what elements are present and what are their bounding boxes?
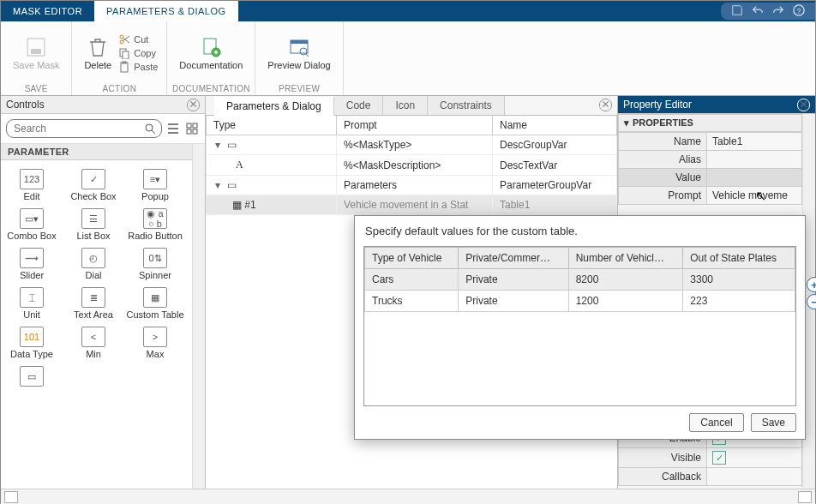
palette-data-type[interactable]: 101Data Type (1, 323, 63, 363)
add-row-button[interactable]: + (807, 277, 816, 292)
list-view-icon[interactable] (165, 120, 181, 137)
subtab-constraints[interactable]: Constraints (428, 96, 505, 115)
property-editor-title: Property Editor (623, 99, 692, 111)
row-descgroupvar[interactable]: ▾▭ %<MaskType> DescGroupVar (207, 135, 617, 155)
paste-button[interactable]: Paste (118, 61, 158, 73)
status-bar (1, 489, 815, 504)
col-name[interactable]: Name (493, 116, 617, 135)
popup-row-cars[interactable]: CarsPrivate82003300 (365, 269, 795, 291)
controls-panel: Controls PARAMETER 123Edit (1, 96, 206, 489)
parameter-section-header: PARAMETER (1, 144, 192, 160)
popup-col-out-of-state-plates[interactable]: Out of State Plates (683, 248, 795, 269)
group-label-action: ACTION (103, 82, 137, 95)
svg-point-14 (300, 48, 307, 55)
popup-table[interactable]: Type of Vehicle Private/Commer… Number o… (363, 246, 796, 406)
scroll-left-button[interactable] (4, 491, 18, 503)
save-mask-button[interactable]: Save Mask (9, 34, 63, 72)
palette-combo-box[interactable]: ▭▾Combo Box (1, 205, 63, 244)
palette-unit[interactable]: ⌶Unit (1, 284, 63, 323)
popup-col-number-of-vehicles[interactable]: Number of Vehicl… (568, 248, 683, 269)
delete-button[interactable]: Delete (81, 34, 115, 72)
preview-icon (288, 36, 310, 58)
prop-visible[interactable]: Visible (619, 448, 802, 468)
svg-rect-9 (123, 62, 126, 63)
search-input[interactable] (12, 122, 144, 135)
help-icon[interactable]: ? (793, 4, 805, 19)
title-bar: MASK EDITOR PARAMETERS & DIALOG ? (1, 1, 815, 21)
palette-radio-button[interactable]: ◉ a○ bRadio Button (124, 205, 186, 244)
row-table1[interactable]: ▦ #1 Vehicle movement in a Stat Table1 (207, 195, 617, 215)
group-label-preview: PREVIEW (279, 82, 320, 95)
popup-save-button[interactable]: Save (751, 413, 796, 432)
popup-cancel-button[interactable]: Cancel (689, 413, 743, 432)
control-palette: 123Edit ✓Check Box ≡▾Popup ▭▾Combo Box ☰… (1, 160, 192, 489)
palette-check-box[interactable]: ✓Check Box (63, 165, 124, 205)
palette-custom-table[interactable]: ▦Custom Table (124, 284, 186, 323)
trash-icon (87, 36, 109, 58)
documentation-button[interactable]: Documentation (176, 34, 246, 72)
controls-title: Controls (6, 99, 45, 111)
prop-name[interactable]: NameTable1 (619, 133, 802, 151)
palette-list-box[interactable]: ☰List Box (63, 205, 124, 244)
close-property-editor-icon[interactable] (797, 99, 810, 111)
properties-section-header[interactable]: ▾PROPERTIES (618, 114, 802, 132)
preview-dialog-button[interactable]: Preview Dialog (264, 34, 333, 72)
subtab-icon[interactable]: Icon (383, 96, 428, 115)
svg-rect-18 (187, 129, 191, 134)
palette-dial[interactable]: ◴Dial (63, 244, 124, 284)
cut-button[interactable]: Cut (118, 33, 158, 45)
group-label-documentation: DOCUMENTATION (172, 82, 250, 95)
row-parametergroupvar[interactable]: ▾▭ Parameters ParameterGroupVar (207, 176, 617, 195)
svg-rect-8 (121, 63, 128, 72)
subtab-code[interactable]: Code (334, 96, 384, 115)
svg-text:?: ? (797, 6, 801, 15)
save-icon[interactable] (731, 4, 743, 19)
remove-row-button[interactable]: − (807, 294, 816, 309)
svg-rect-7 (123, 51, 129, 59)
svg-point-15 (146, 124, 153, 131)
palette-max[interactable]: >Max (124, 323, 186, 363)
svg-rect-13 (291, 40, 308, 44)
popup-row-trucks[interactable]: TrucksPrivate1200223 (365, 291, 795, 312)
popup-col-private-commercial[interactable]: Private/Commer… (459, 248, 568, 269)
palette-edit[interactable]: 123Edit (1, 165, 63, 205)
grid-view-icon[interactable] (184, 120, 200, 137)
prop-alias[interactable]: Alias (619, 151, 802, 169)
subtab-parameters-dialog[interactable]: Parameters & Dialog (214, 97, 334, 116)
col-prompt[interactable]: Prompt (337, 116, 493, 135)
save-mask-icon (25, 36, 47, 58)
row-desctextvar[interactable]: A %<MaskDescription> DescTextVar (207, 155, 617, 176)
palette-slider[interactable]: ⟿Slider (1, 244, 63, 284)
tab-mask-editor[interactable]: MASK EDITOR (1, 1, 94, 21)
scroll-right-button[interactable] (798, 491, 812, 503)
svg-rect-16 (187, 123, 191, 128)
prop-prompt[interactable]: PromptVehicle moveme (619, 187, 802, 205)
prop-callback[interactable]: Callback (619, 468, 802, 486)
copy-button[interactable]: Copy (118, 47, 158, 59)
palette-more[interactable]: ▭ (1, 363, 63, 390)
palette-text-area[interactable]: ≣Text Area (63, 284, 124, 323)
svg-rect-19 (193, 129, 197, 134)
prop-value[interactable]: Value (619, 169, 802, 187)
copy-icon (118, 47, 130, 59)
tab-parameters-dialog[interactable]: PARAMETERS & DIALOG (94, 1, 238, 21)
palette-spinner[interactable]: 0⇅Spinner (124, 244, 186, 284)
svg-rect-3 (31, 49, 41, 54)
controls-scrollbar[interactable] (192, 144, 205, 489)
search-input-wrap[interactable] (6, 119, 162, 138)
search-icon (144, 123, 156, 135)
popup-col-type-of-vehicle[interactable]: Type of Vehicle (365, 248, 459, 269)
group-label-save: SAVE (25, 82, 48, 95)
close-center-icon[interactable] (599, 99, 612, 111)
documentation-icon (200, 36, 222, 58)
close-controls-icon[interactable] (187, 99, 200, 111)
ribbon-toolbar: Save Mask SAVE Delete Cut Copy Paste ACT… (1, 21, 815, 96)
paste-icon (118, 61, 130, 73)
col-type[interactable]: Type (207, 116, 337, 135)
checkbox-visible[interactable] (712, 451, 726, 465)
scissors-icon (118, 33, 130, 45)
palette-min[interactable]: <Min (63, 323, 124, 363)
palette-popup[interactable]: ≡▾Popup (124, 165, 186, 205)
undo-icon[interactable] (752, 4, 764, 19)
redo-icon[interactable] (772, 4, 784, 19)
